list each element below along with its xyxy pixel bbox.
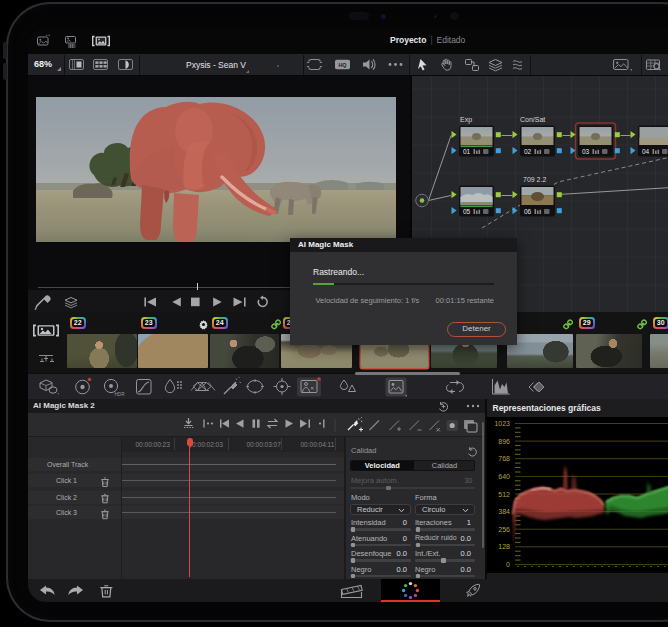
svg-text:03: 03 <box>582 148 590 155</box>
svg-text:768: 768 <box>498 455 510 462</box>
svg-text:709 2.2: 709 2.2 <box>523 176 546 183</box>
svg-text:128: 128 <box>498 543 510 550</box>
svg-text:05: 05 <box>463 208 471 215</box>
svg-text:512: 512 <box>498 491 510 498</box>
svg-text:HQ: HQ <box>338 62 346 68</box>
svg-text:02: 02 <box>524 148 532 155</box>
svg-text:384: 384 <box>498 508 510 515</box>
svg-text:04: 04 <box>642 148 650 155</box>
svg-text:HDR: HDR <box>115 392 126 397</box>
svg-text:Con/Sat: Con/Sat <box>520 116 545 123</box>
svg-text:1023: 1023 <box>494 420 510 427</box>
svg-text:06: 06 <box>524 208 532 215</box>
svg-text:01: 01 <box>463 148 471 155</box>
svg-text:Exp: Exp <box>460 116 472 124</box>
svg-text:256: 256 <box>498 526 510 533</box>
svg-text:0: 0 <box>506 561 510 568</box>
svg-text:640: 640 <box>498 473 510 480</box>
svg-text:896: 896 <box>498 438 510 445</box>
